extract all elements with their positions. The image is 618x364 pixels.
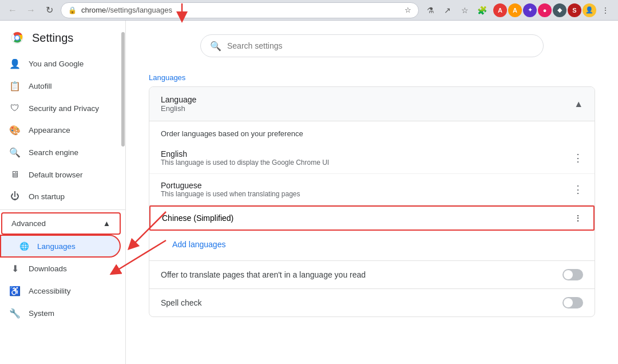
sidebar-label-autofill: Autofill: [29, 82, 52, 90]
portuguese-menu-icon[interactable]: ⋮: [573, 183, 583, 196]
lang-chinese-text: Chinese (Simplified): [162, 213, 233, 223]
extension-icons: A A ✦ ● ◆ S 👤 ⋮: [493, 2, 613, 18]
share-icon[interactable]: ↗: [439, 2, 455, 18]
autofill-icon: 📋: [9, 81, 21, 92]
sidebar-label-security: Security and Privacy: [29, 104, 99, 113]
sidebar-item-appearance[interactable]: 🎨 Appearance: [0, 119, 121, 141]
translate-label: Offer to translate pages that aren't in …: [161, 270, 366, 279]
sidebar-scrollbar[interactable]: [121, 21, 125, 364]
add-languages-button[interactable]: Add languages: [161, 233, 237, 256]
sidebar-label-search: Search engine: [29, 148, 78, 157]
spellcheck-label: Spell check: [161, 298, 202, 307]
sidebar-label-startup: On startup: [29, 192, 65, 201]
search-labs-icon[interactable]: ⚗: [422, 2, 438, 18]
sidebar-item-languages[interactable]: 🌐 Languages: [0, 235, 121, 258]
search-bar[interactable]: 🔍: [200, 34, 544, 57]
sidebar-header: Settings: [0, 21, 125, 53]
languages-card: Language English ▲ Order languages based…: [149, 86, 595, 317]
section-title: Languages: [149, 73, 595, 82]
person-icon: 👤: [9, 58, 21, 69]
profile-icon[interactable]: 👤: [583, 3, 596, 17]
browser-chrome: ← → ↻ 🔒 chrome//settings/languages ☆ ⚗ ↗…: [0, 0, 618, 21]
lang-english-text: English This language is used to display…: [161, 149, 329, 167]
sidebar-item-autofill[interactable]: 📋 Autofill: [0, 75, 121, 97]
power-icon: ⏻: [9, 191, 21, 201]
forward-button[interactable]: →: [23, 2, 39, 18]
add-languages-wrapper: Add languages: [149, 231, 595, 260]
sidebar-item-downloads[interactable]: ⬇ Downloads: [0, 258, 121, 280]
sidebar: Settings 👤 You and Google 📋 Autofill 🛡 S…: [0, 21, 126, 364]
order-languages-label: Order languages based on your preference: [149, 121, 595, 143]
sidebar-label-default-browser: Default browser: [29, 171, 83, 179]
chinese-menu-icon[interactable]: ⋮: [574, 213, 582, 223]
reload-button[interactable]: ↻: [41, 2, 57, 18]
sidebar-divider: [0, 209, 125, 210]
lang-portuguese-text: Portuguese This language is used when tr…: [161, 181, 300, 198]
accessibility-icon: ♿: [9, 286, 21, 296]
back-button[interactable]: ←: [5, 2, 21, 18]
advanced-label: Advanced: [11, 219, 46, 228]
sidebar-item-you-and-google[interactable]: 👤 You and Google: [0, 53, 121, 75]
search-icon: 🔍: [9, 147, 21, 158]
sidebar-item-on-startup[interactable]: ⏻ On startup: [0, 185, 121, 207]
sidebar-label-accessibility: Accessibility: [29, 287, 71, 295]
settings-title: Settings: [32, 31, 73, 45]
bookmark-icon[interactable]: ☆: [457, 2, 473, 18]
download-icon: ⬇: [9, 263, 21, 274]
portuguese-sub: This language is used when translating p…: [161, 190, 300, 198]
card-header-title: Language: [161, 95, 196, 104]
card-header-sub: English: [161, 104, 196, 113]
spellcheck-toggle-row: Spell check: [149, 288, 595, 316]
sidebar-label-you-and-google: You and Google: [29, 60, 84, 68]
ext-icon-2[interactable]: A: [508, 3, 522, 17]
search-bar-wrapper: 🔍: [149, 34, 595, 57]
ext-icon-6[interactable]: S: [568, 3, 581, 17]
language-item-portuguese: Portuguese This language is used when tr…: [149, 174, 595, 205]
nav-buttons: ← → ↻: [5, 2, 57, 18]
sidebar-item-security-privacy[interactable]: 🛡 Security and Privacy: [0, 97, 121, 119]
scrollbar-thumb: [121, 32, 125, 147]
palette-icon: 🎨: [9, 125, 21, 136]
svg-point-2: [15, 36, 19, 40]
globe-icon: 🌐: [19, 242, 29, 251]
card-header-text: Language English: [161, 95, 196, 113]
search-bar-icon: 🔍: [210, 41, 221, 52]
sidebar-label-system: System: [29, 309, 54, 318]
chinese-name: Chinese (Simplified): [162, 213, 233, 223]
chevron-up-icon[interactable]: ▲: [574, 99, 583, 109]
sidebar-item-search-engine[interactable]: 🔍 Search engine: [0, 141, 121, 164]
main-content: 🔍 Languages Language English ▲ Order lan…: [126, 21, 618, 364]
wrench-icon: 🔧: [9, 308, 21, 319]
ext-icon-1[interactable]: A: [493, 3, 507, 17]
menu-icon[interactable]: ⋮: [597, 2, 613, 18]
ext-icon-4[interactable]: ●: [538, 3, 552, 17]
app-body: Settings 👤 You and Google 📋 Autofill 🛡 S…: [0, 21, 618, 364]
sidebar-label-languages: Languages: [37, 242, 76, 251]
advanced-header[interactable]: Advanced ▲: [1, 212, 121, 235]
translate-toggle-row: Offer to translate pages that aren't in …: [149, 260, 595, 288]
ext-icon-3[interactable]: ✦: [523, 3, 537, 17]
english-sub: This language is used to display the Goo…: [161, 159, 329, 167]
chevron-up-icon: ▲: [103, 219, 110, 228]
url-display: chrome//settings/languages: [81, 6, 400, 14]
toolbar-icons: ⚗ ↗ ☆ 🧩: [422, 2, 490, 18]
sidebar-item-accessibility[interactable]: ♿ Accessibility: [0, 280, 121, 302]
ext-icon-5[interactable]: ◆: [553, 3, 566, 17]
monitor-icon: 🖥: [9, 169, 21, 180]
translate-toggle[interactable]: [562, 269, 583, 280]
url-star-icon: ☆: [405, 6, 411, 14]
chrome-logo-icon: [9, 30, 25, 46]
sidebar-item-system[interactable]: 🔧 System: [0, 302, 121, 325]
language-item-chinese: Chinese (Simplified) ⋮: [149, 205, 595, 231]
spellcheck-toggle-thumb: [564, 298, 573, 307]
shield-icon: 🛡: [9, 103, 21, 113]
card-header: Language English ▲: [149, 87, 595, 121]
spellcheck-toggle[interactable]: [562, 297, 583, 308]
address-bar[interactable]: 🔒 chrome//settings/languages ☆: [61, 2, 419, 18]
extensions-icon[interactable]: 🧩: [474, 2, 490, 18]
english-name: English: [161, 149, 329, 159]
sidebar-item-default-browser[interactable]: 🖥 Default browser: [0, 164, 121, 185]
translate-toggle-thumb: [564, 270, 573, 279]
english-menu-icon[interactable]: ⋮: [573, 152, 583, 164]
search-input[interactable]: [227, 41, 534, 50]
